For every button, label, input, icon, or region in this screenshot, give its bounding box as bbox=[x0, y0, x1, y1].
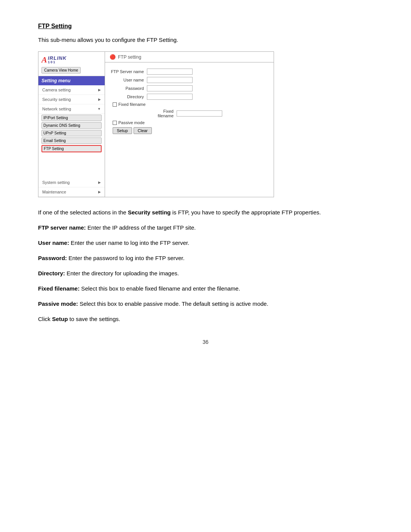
main-header: 🔴 FTP setting bbox=[105, 52, 274, 62]
footer-text-after: to save the settings. bbox=[68, 316, 120, 322]
sidebar-item-system-setting[interactable]: System setting ▶ bbox=[38, 178, 105, 187]
password-row: Password bbox=[110, 85, 269, 91]
directory-input[interactable] bbox=[147, 94, 193, 100]
bullet-passive-mode: Passive mode: Select this box to enable … bbox=[38, 299, 373, 308]
sidebar-item-maintenance[interactable]: Maintenance ▶ bbox=[38, 187, 105, 197]
sidebar-item-network-setting[interactable]: Network setting ▼ bbox=[38, 104, 105, 114]
bullet-user-name-bold: User name: bbox=[38, 240, 69, 246]
setup-button[interactable]: Setup bbox=[113, 127, 132, 134]
fixed-filename-input[interactable] bbox=[177, 110, 222, 117]
user-name-row: User name bbox=[110, 77, 269, 83]
footer-text-before: Click bbox=[38, 316, 52, 322]
bullet-directory: Directory: Enter the directory for uploa… bbox=[38, 269, 373, 278]
bullet-user-name: User name: Enter the user name to log in… bbox=[38, 238, 373, 248]
bullet-password: Password: Enter the password to log into… bbox=[38, 254, 373, 263]
passive-mode-checkbox-row: Passive mode bbox=[110, 120, 269, 125]
fixed-filename-checkbox-label: Fixed filename bbox=[118, 102, 146, 107]
footer-para: Click Setup to save the settings. bbox=[38, 315, 373, 324]
form-buttons: Setup Clear bbox=[110, 127, 269, 134]
logo-area: A IRLINK 101 Camera View Home bbox=[38, 52, 105, 76]
form-area: FTP Server name User name Password Direc… bbox=[105, 62, 274, 140]
logo: A IRLINK 101 bbox=[41, 55, 102, 65]
passive-mode-checkbox[interactable] bbox=[113, 121, 117, 125]
bullet-fixed-filename-text: Select this box to enable fixed filename… bbox=[80, 285, 240, 292]
fixed-filename-checkbox[interactable] bbox=[113, 102, 117, 107]
ip-port-setting-button[interactable]: IP/Port Setting bbox=[41, 115, 102, 121]
sidebar: A IRLINK 101 Camera View Home Setting me… bbox=[38, 52, 105, 197]
bullet-ftp-server-name: FTP server name: Enter the IP address of… bbox=[38, 223, 373, 232]
directory-label: Directory bbox=[110, 94, 144, 99]
bullet-passive-mode-bold: Passive mode: bbox=[38, 300, 78, 307]
ftp-server-name-row: FTP Server name bbox=[110, 69, 269, 75]
logo-letter: A bbox=[41, 55, 47, 65]
bullet-fixed-filename-bold: Fixed filename: bbox=[38, 285, 80, 292]
sidebar-item-system-label: System setting bbox=[42, 180, 70, 185]
bullet-password-text: Enter the password to log into the FTP s… bbox=[67, 255, 185, 261]
user-name-input[interactable] bbox=[147, 77, 193, 83]
bullet-ftp-server-name-bold: FTP server name: bbox=[38, 224, 86, 231]
sidebar-item-security-arrow: ▶ bbox=[98, 97, 101, 101]
fixed-filename-field-label: Fixed filename bbox=[147, 109, 174, 118]
bullet-user-name-text: Enter the user name to log into the FTP … bbox=[69, 240, 190, 246]
security-desc-bold: Security setting bbox=[128, 209, 171, 216]
ftp-icon: 🔴 bbox=[110, 54, 116, 60]
directory-row: Directory bbox=[110, 94, 269, 100]
user-name-label: User name bbox=[110, 78, 144, 82]
email-setting-button[interactable]: Email Setting bbox=[41, 137, 102, 144]
password-input[interactable] bbox=[147, 85, 193, 91]
security-desc-before: If one of the selected actions in the bbox=[38, 209, 128, 216]
sidebar-item-security-setting[interactable]: Security setting ▶ bbox=[38, 95, 105, 104]
fixed-filename-input-row: Fixed filename bbox=[110, 109, 269, 118]
sidebar-item-system-arrow: ▶ bbox=[98, 181, 101, 184]
ftp-setting-button[interactable]: FTP Setting bbox=[41, 145, 102, 152]
sidebar-item-network-arrow: ▼ bbox=[97, 107, 101, 111]
setting-menu-header: Setting menu bbox=[38, 76, 105, 85]
security-desc: If one of the selected actions in the Se… bbox=[38, 208, 373, 217]
ui-frame: A IRLINK 101 Camera View Home Setting me… bbox=[38, 51, 274, 197]
sidebar-spacer bbox=[38, 155, 105, 178]
clear-button[interactable]: Clear bbox=[134, 127, 152, 134]
intro-text: This sub-menu allows you to configure th… bbox=[38, 37, 373, 43]
upnp-setting-button[interactable]: UPnP Setting bbox=[41, 130, 102, 136]
sidebar-item-maintenance-label: Maintenance bbox=[42, 190, 66, 194]
bullet-password-bold: Password: bbox=[38, 255, 67, 261]
sidebar-item-camera-setting[interactable]: Camera setting ▶ bbox=[38, 85, 105, 95]
password-label: Password bbox=[110, 86, 144, 91]
ftp-server-name-label: FTP Server name bbox=[110, 69, 144, 74]
footer-bold: Setup bbox=[52, 316, 68, 322]
network-sub-buttons: IP/Port Setting Dynamic DNS Setting UPnP… bbox=[38, 114, 105, 155]
bullet-directory-bold: Directory: bbox=[38, 270, 65, 276]
bullet-passive-mode-text: Select this box to enable passive mode. … bbox=[78, 300, 268, 307]
logo-brand-bottom: 101 bbox=[48, 61, 67, 64]
main-header-title: FTP setting bbox=[118, 54, 141, 60]
passive-mode-checkbox-label: Passive mode bbox=[118, 120, 145, 125]
logo-brand: IRLINK 101 bbox=[48, 56, 67, 64]
camera-view-home-button[interactable]: Camera View Home bbox=[41, 67, 81, 73]
bullet-ftp-server-name-text: Enter the IP address of the target FTP s… bbox=[86, 224, 196, 231]
sidebar-item-maintenance-arrow: ▶ bbox=[98, 190, 101, 194]
ftp-server-name-input[interactable] bbox=[147, 69, 193, 75]
sidebar-item-network-label: Network setting bbox=[42, 107, 71, 111]
fixed-filename-checkbox-row: Fixed filename bbox=[110, 102, 269, 107]
sidebar-item-camera-label: Camera setting bbox=[42, 88, 71, 92]
sidebar-item-security-label: Security setting bbox=[42, 97, 71, 102]
sidebar-item-camera-arrow: ▶ bbox=[98, 88, 101, 92]
page-title: FTP Setting bbox=[38, 23, 373, 30]
main-content: 🔴 FTP setting FTP Server name User name … bbox=[105, 52, 274, 197]
security-desc-after: is FTP, you have to specify the appropri… bbox=[171, 209, 321, 216]
bullet-directory-text: Enter the directory for uploading the im… bbox=[65, 270, 179, 276]
page-number: 36 bbox=[38, 339, 373, 345]
dynamic-dns-setting-button[interactable]: Dynamic DNS Setting bbox=[41, 122, 102, 129]
bullet-fixed-filename: Fixed filename: Select this box to enabl… bbox=[38, 284, 373, 293]
